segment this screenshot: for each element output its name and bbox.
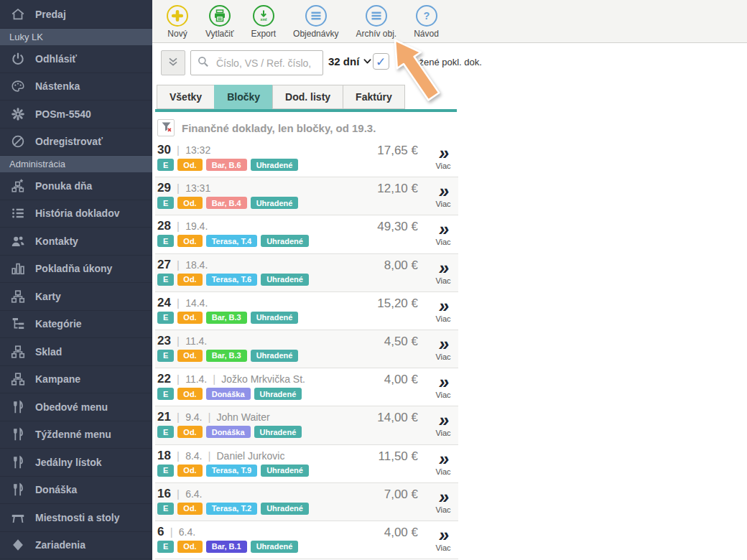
more-button[interactable]: » Viac (430, 487, 457, 514)
badge-od: Od. (177, 235, 202, 247)
row-amount: 11,50 € (379, 449, 418, 464)
tab-blocky[interactable]: Bločky (214, 85, 272, 109)
sidebar-item-sklad[interactable]: Sklad (0, 338, 152, 366)
clear-filter-button[interactable] (157, 119, 175, 136)
sidebar-item-kampane[interactable]: Kampane (0, 366, 152, 394)
orgchart-icon (9, 371, 27, 387)
sidebar-item-label: Predaj (35, 9, 66, 20)
separator: | (174, 297, 182, 309)
sidebar-item-label: Donáška (35, 484, 77, 495)
badge-od: Od. (177, 503, 202, 515)
more-button[interactable]: » Viac (430, 297, 457, 323)
period-select[interactable]: 32 dní (328, 55, 372, 67)
toolbar-novy-button[interactable]: Nový (158, 0, 197, 39)
expand-filters-button[interactable] (161, 50, 185, 75)
document-row-6[interactable]: 6 | 6.4. EOd.Bar, B.1Uhradené 4,00 € » V… (155, 521, 458, 559)
sidebar-item-predaj[interactable]: Predaj (0, 0, 152, 29)
document-row-23[interactable]: 23 | 11.4. EOd.Bar, B.3Uhradené 4,50 € »… (155, 330, 458, 368)
sidebar-item-label: Nástenka (35, 80, 80, 92)
power-icon (9, 51, 27, 67)
document-row-24[interactable]: 24 | 14.4. EOd.Bar, B.3Uhradené 15,20 € … (155, 292, 458, 330)
sidebar-item-kategorie[interactable]: Kategórie (0, 311, 152, 339)
toolbar-objednavky-button[interactable]: Objednávky (284, 0, 347, 39)
sidebar-item-historia-dokladov[interactable]: História dokladov (0, 200, 152, 228)
row-amount: 4,00 € (384, 373, 418, 387)
sidebar-item-donaska[interactable]: Donáška (0, 477, 152, 505)
document-row-29[interactable]: 29 | 13:31 EOd.Bar, B.4Uhradené 12,10 € … (155, 177, 458, 215)
sidebar-item-odhlasit[interactable]: Odhlásiť (0, 45, 152, 73)
row-customer-name: Daniel Jurkovic (216, 450, 284, 462)
more-button[interactable]: » Viac (430, 373, 457, 399)
more-button[interactable]: » Viac (430, 335, 457, 361)
list-icon (9, 205, 27, 221)
separator: | (174, 373, 182, 385)
toolbar-navod-button[interactable]: ?Návod (405, 0, 447, 39)
row-badges: EOd.Terasa, T.9Uhradené (157, 465, 309, 477)
document-row-16[interactable]: 16 | 6.4. EOd.Terasa, T.2Uhradené 7,00 €… (155, 483, 458, 521)
main-content: 32 dní ✓ Odložené pokl. dok. VšetkyBločk… (152, 43, 747, 560)
separator: | (208, 411, 213, 423)
row-number: 29 (157, 181, 171, 195)
cutlery-icon (9, 426, 27, 442)
row-amount: 14,00 € (377, 411, 418, 425)
badge-od: Od. (177, 274, 202, 286)
document-row-30[interactable]: 30 | 13:32 EOd.Bar, B.6Uhradené 17,65 € … (155, 139, 458, 177)
sidebar-item-label: Kampane (35, 373, 80, 385)
more-button[interactable]: » Viac (430, 220, 457, 246)
more-label: Viac (430, 276, 457, 285)
tab-dod-listy[interactable]: Dod. listy (272, 85, 343, 109)
sidebar-item-jedalny-listok[interactable]: Jedálny lístok (0, 449, 152, 477)
badge-donaska: Donáška (206, 388, 251, 400)
sidebar-item-nastenka[interactable]: Nástenka (0, 73, 152, 101)
more-button[interactable]: » Viac (430, 258, 457, 285)
svg-text:?: ? (423, 10, 430, 22)
separator: | (174, 144, 182, 156)
document-row-22[interactable]: 22 | 11.4. | Jožko Mrkvička St. EOd.Doná… (155, 368, 458, 406)
more-button[interactable]: » Viac (430, 182, 457, 208)
badge-bar-b-6: Bar, B.6 (206, 159, 247, 171)
row-badges: EOd.DonáškaUhradené (157, 426, 302, 438)
sidebar-item-obedove-menu[interactable]: Obedové menu (0, 393, 152, 421)
row-date: 6.4. (179, 526, 195, 538)
sidebar-item-kontakty[interactable]: Kontakty (0, 228, 152, 256)
badge-terasa-t-4: Terasa, T.4 (206, 235, 257, 247)
document-row-21[interactable]: 21 | 9.4. | John Waiter EOd.DonáškaUhrad… (155, 406, 458, 444)
row-date: 18.4. (185, 259, 208, 271)
more-button[interactable]: » Viac (430, 449, 457, 476)
document-row-28[interactable]: 28 | 19.4. EOd.Terasa, T.4Uhradené 49,30… (155, 215, 458, 253)
document-row-18[interactable]: 18 | 8.4. | Daniel Jurkovic EOd.Terasa, … (155, 445, 458, 483)
document-row-27[interactable]: 27 | 18.4. EOd.Terasa, T.6Uhradené 8,00 … (155, 254, 458, 292)
separator: | (174, 449, 182, 462)
sidebar-item-karty[interactable]: Karty (0, 283, 152, 311)
more-button[interactable]: » Viac (430, 144, 457, 170)
sidebar-item-posm-5540[interactable]: POSm-5540 (0, 101, 152, 129)
row-date: 13:32 (185, 144, 210, 156)
deferred-docs-checkbox[interactable]: ✓ (373, 53, 389, 70)
filter-summary-row: Finančné doklady, len bločky, od 19.3. (157, 119, 376, 136)
sidebar-item-miestnosti-a-stoly[interactable]: Miestnosti a stoly (0, 504, 152, 532)
tab-vsetky[interactable]: Všetky (157, 85, 214, 109)
sidebar-item-pokladna-ukony[interactable]: Pokladňa úkony (0, 256, 152, 284)
toolbar-export-button[interactable]: xmlExport (242, 0, 284, 39)
double-chevron-right-icon: » (430, 526, 457, 544)
toolbar-vytlacit-button[interactable]: Vytlačiť (197, 0, 242, 39)
tab-faktury[interactable]: Faktúry (343, 85, 405, 109)
menu-icon (305, 5, 327, 27)
search-input[interactable] (215, 57, 317, 70)
badge-e: E (157, 274, 174, 286)
toolbar-archiv-obj-button[interactable]: Archív obj. (347, 0, 405, 39)
sidebar-item-label: Pokladňa úkony (35, 263, 112, 274)
sidebar-item-odregistrovat[interactable]: Odregistrovať (0, 129, 152, 157)
more-button[interactable]: » Viac (430, 526, 457, 552)
row-date: 9.4. (185, 411, 202, 423)
sidebar-item-zariadenia[interactable]: Zariadenia (0, 532, 152, 560)
badge-uhradene: Uhradené (261, 274, 309, 286)
row-number: 6 (157, 525, 164, 538)
badge-od: Od. (177, 541, 202, 553)
separator: | (174, 182, 182, 194)
sidebar-item-ponuka-dna[interactable]: Ponuka dňa (0, 172, 152, 200)
sidebar-item-tyzdenne-menu[interactable]: Týždenné menu (0, 421, 152, 449)
row-amount: 4,50 € (384, 335, 418, 349)
svg-text:xml: xml (260, 17, 266, 22)
more-button[interactable]: » Viac (430, 411, 457, 437)
